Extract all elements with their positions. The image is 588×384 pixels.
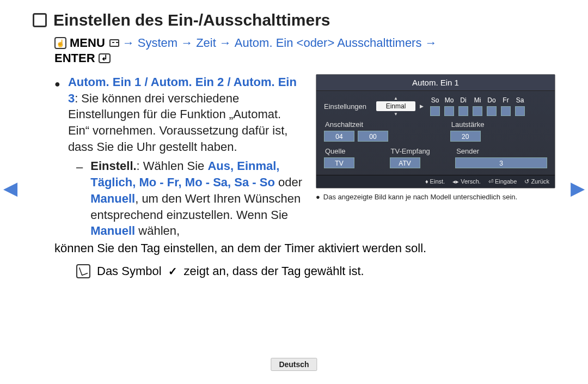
chevron-down-icon[interactable]: ▼: [394, 112, 398, 117]
einmal-selector[interactable]: Einmal: [376, 101, 415, 111]
arrow-icon: →: [122, 36, 134, 50]
menu-icon: [109, 39, 119, 47]
lautstarke-label: Lautstärke: [450, 120, 547, 129]
page-title: Einstellen des Ein-/Ausschalttimers: [53, 11, 330, 29]
footer-versch: ◂▸ Versch.: [452, 178, 481, 185]
sender-label: Sender: [455, 147, 547, 155]
paragraph-continue: können Sie den Tag einstellen, an dem de…: [54, 240, 555, 257]
option-manuell: Manuell: [90, 192, 135, 205]
minute-value[interactable]: 00: [358, 131, 388, 142]
day-fr: Fr: [503, 96, 509, 104]
menu-label: MENU: [70, 36, 105, 50]
tvempfang-label: TV-Empfang: [390, 147, 456, 155]
arrow-icon: →: [425, 36, 437, 50]
path-autom: Autom. Ein <oder> Ausschalttimers: [235, 36, 422, 50]
tvempfang-value[interactable]: ATV: [390, 157, 420, 168]
path-zeit: Zeit: [196, 36, 216, 50]
section-icon: [33, 13, 47, 27]
timer-desc: : Sie können drei verschiedene Einstellu…: [68, 92, 288, 154]
footer-einst: ♦ Einst.: [425, 178, 445, 185]
enter-icon: [99, 53, 111, 63]
day-box-sa[interactable]: [515, 106, 525, 116]
footer-zuruck: ↺ Zurück: [524, 178, 549, 185]
footer-eingabe: ⏎ Eingabe: [488, 178, 517, 185]
paragraph-sub: Einstell.: Wählen Sie Aus, Einmal, Tägli…: [90, 158, 305, 239]
anschaltzeit-label: Anschaltzeit: [324, 120, 450, 129]
panel-footer: ♦ Einst. ◂▸ Versch. ⏎ Eingabe ↺ Zurück: [316, 175, 555, 188]
enter-label: ENTER: [54, 51, 95, 65]
path-system: System: [138, 36, 177, 50]
bullet-icon: ●: [54, 74, 60, 155]
day-mo: Mo: [445, 96, 454, 104]
option-manuell-2: Manuell: [90, 224, 135, 237]
day-box-fr[interactable]: [501, 106, 511, 116]
day-di: Di: [460, 96, 466, 104]
day-do: Do: [487, 96, 495, 104]
day-box-di[interactable]: [458, 106, 468, 116]
nav-prev-icon[interactable]: ◀: [3, 177, 17, 199]
day-sa: Sa: [516, 96, 524, 104]
note-text-1: Das Symbol: [97, 264, 162, 278]
note-icon: [76, 264, 90, 278]
arrow-icon: →: [181, 36, 193, 50]
volume-value[interactable]: 20: [450, 131, 481, 142]
paragraph-main: Autom. Ein 1 / Autom. Ein 2 / Autom. Ein…: [68, 74, 305, 155]
nav-next-icon[interactable]: ▶: [571, 177, 585, 199]
day-so: So: [431, 96, 439, 104]
day-selector-row: So Mo Di Mi Do Fr Sa: [430, 96, 525, 116]
language-badge: Deutsch: [271, 358, 317, 371]
einstell-label: Einstell.: [90, 159, 136, 173]
arrow-icon: →: [219, 36, 231, 50]
menu-path: ☝ MENU → System → Zeit → Autom. Ein <ode…: [54, 36, 555, 50]
tv-settings-panel: Autom. Ein 1 Einstellungen ▲ Einmal ▼ ▶ …: [316, 74, 555, 188]
dash-icon: –: [76, 158, 83, 239]
day-box-so[interactable]: [430, 106, 440, 116]
day-box-mi[interactable]: [473, 106, 482, 116]
einstellungen-label: Einstellungen: [324, 102, 373, 111]
day-mi: Mi: [474, 96, 481, 104]
chevron-right-icon[interactable]: ▶: [420, 103, 424, 109]
check-icon: ✓: [168, 265, 177, 278]
note-text-2: zeigt an, dass der Tag gewählt ist.: [184, 264, 364, 278]
quelle-label: Quelle: [324, 147, 390, 155]
panel-title: Autom. Ein 1: [316, 75, 555, 91]
panel-caption: ●Das angezeigte Bild kann je nach Modell…: [316, 193, 555, 202]
chevron-up-icon[interactable]: ▲: [394, 96, 398, 101]
sender-value[interactable]: 3: [455, 157, 547, 168]
day-box-do[interactable]: [487, 106, 497, 116]
quelle-value[interactable]: TV: [324, 157, 354, 168]
hand-icon: ☝: [54, 37, 66, 49]
hour-value[interactable]: 04: [324, 131, 354, 142]
day-box-mo[interactable]: [444, 106, 454, 116]
